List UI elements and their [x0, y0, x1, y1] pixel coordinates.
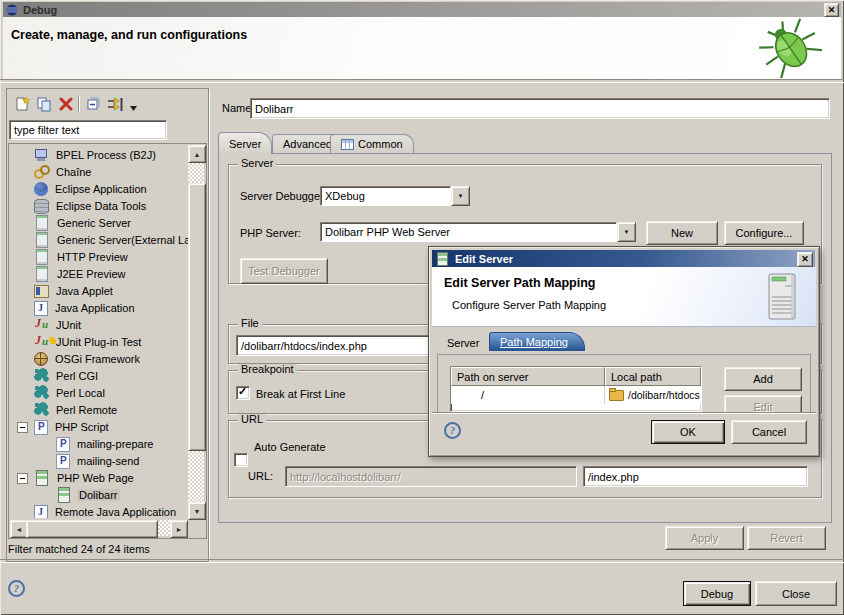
auto-generate-label: Auto Generate [254, 441, 326, 453]
ju-icon [34, 317, 49, 332]
dialog-close-button[interactable]: ✕ [797, 252, 813, 267]
apply-button[interactable]: Apply [665, 526, 744, 550]
new-document-icon [14, 96, 30, 112]
tree-item-perl-local[interactable]: Perl Local [10, 384, 188, 401]
tab-common[interactable]: Common [330, 134, 414, 153]
dialog-titlebar[interactable]: Edit Server ✕ [432, 250, 815, 267]
chevron-down-icon[interactable]: ▼ [617, 222, 636, 242]
new-server-button[interactable]: New [646, 221, 718, 245]
tree-item-eclipse-data-tools[interactable]: Eclipse Data Tools [10, 197, 188, 214]
server-debugger-combo[interactable]: XDebug ▼ [320, 186, 470, 206]
tree-item-junit[interactable]: JUnit [10, 316, 188, 333]
scrollbar-corner [188, 520, 204, 536]
auto-generate-checkbox[interactable] [234, 453, 248, 467]
tree-item-generic-server[interactable]: Generic Server [10, 214, 188, 231]
chevron-down-icon[interactable]: ▼ [451, 186, 470, 206]
collapse-all-button[interactable] [84, 95, 103, 113]
debug-button[interactable]: Debug [683, 581, 751, 606]
server-tower-image [768, 273, 798, 321]
eclipse-logo-icon [6, 4, 18, 16]
server-icon [36, 249, 48, 265]
scroll-up-button[interactable]: ▲ [188, 145, 206, 163]
break-first-line-checkbox[interactable] [236, 386, 250, 400]
close-button[interactable]: Close [755, 581, 837, 606]
tree-item-junit-plug-in-test[interactable]: JUnit Plug-in Test [10, 333, 188, 350]
dialog-help-button[interactable]: ? [444, 422, 461, 439]
collapse-expander-icon[interactable] [17, 473, 28, 484]
applet-icon [34, 285, 49, 298]
test-debugger-button[interactable]: Test Debugger [240, 258, 328, 284]
new-configuration-button[interactable] [12, 95, 31, 113]
tree-item-bpel-process-b2j[interactable]: BPEL Process (B2J) [10, 146, 188, 163]
edit-mapping-button[interactable]: Edit [724, 395, 802, 413]
chaine-icon [34, 164, 49, 179]
chevron-down-icon [130, 106, 137, 111]
banner-separator [0, 79, 844, 83]
edit-server-dialog: Edit Server ✕ Edit Server Path Mapping C… [428, 246, 820, 457]
tree-item-perl-cgi[interactable]: Perl CGI [10, 367, 188, 384]
tree-item-mailing-send[interactable]: mailing-send [10, 452, 188, 469]
filter-status-text: Filter matched 24 of 24 items [8, 543, 150, 555]
debug-configurations-window: Debug ✕ Create, manage, and run configur… [0, 0, 844, 615]
path-mapping-table[interactable]: Path on server Local path //dolibarr/htd… [450, 366, 702, 412]
scroll-right-button[interactable]: ► [170, 520, 188, 538]
breakpoint-group-legend: Breakpoint [238, 364, 297, 375]
collapse-all-icon [86, 96, 102, 112]
osgi-icon [34, 352, 48, 366]
dialog-tab-path-mapping[interactable]: Path Mapping [489, 332, 585, 351]
help-button[interactable]: ? [8, 580, 25, 597]
scroll-down-button[interactable]: ▼ [188, 502, 206, 520]
window-close-button[interactable]: ✕ [824, 3, 839, 17]
dialog-header: Edit Server Path Mapping Configure Serve… [432, 267, 816, 327]
path-mapping-row[interactable]: //dolibarr/htdocs [451, 386, 701, 404]
horizontal-scroll-thumb[interactable] [26, 520, 158, 538]
duplicate-configuration-button[interactable] [34, 95, 53, 113]
tree-item-java-application[interactable]: Java Application [10, 299, 188, 316]
window-titlebar[interactable]: Debug ✕ [3, 2, 841, 17]
ok-button[interactable]: OK [651, 420, 725, 444]
column-local-path[interactable]: Local path [605, 367, 701, 386]
toolbar-menu-dropdown[interactable] [128, 99, 138, 117]
column-path-on-server[interactable]: Path on server [451, 367, 605, 386]
tree-item-remote-java-application[interactable]: Remote Java Application [10, 503, 188, 518]
tree-item-dolibarr[interactable]: Dolibarr [10, 486, 188, 503]
configure-server-button[interactable]: Configure... [724, 221, 804, 245]
dialog-tab-server[interactable]: Server [439, 334, 487, 352]
revert-button[interactable]: Revert [747, 526, 826, 550]
configuration-name-input[interactable] [251, 99, 829, 118]
base-url-wrap [285, 466, 577, 487]
tree-item-generic-server-external-la[interactable]: Generic Server(External La [10, 231, 188, 248]
tab-server[interactable]: Server [218, 132, 272, 154]
filter-configurations-button[interactable] [106, 95, 125, 113]
url-path-wrap [583, 466, 808, 487]
server-debugger-label: Server Debugger: [240, 190, 327, 202]
rjava-icon [34, 505, 48, 519]
delete-configuration-button[interactable] [56, 95, 75, 113]
php-server-combo[interactable]: Dolibarr PHP Web Server ▼ [320, 222, 636, 242]
window-title: Debug [23, 4, 57, 16]
tree-item-mailing-prepare[interactable]: mailing-prepare [10, 435, 188, 452]
vertical-scroll-thumb[interactable] [188, 183, 206, 451]
perl-icon [34, 402, 49, 417]
tree-item-php-script[interactable]: PHP Script [10, 418, 188, 435]
tree-item-cha-ne[interactable]: Chaîne [10, 163, 188, 180]
type-filter-input[interactable] [10, 121, 166, 139]
add-mapping-button[interactable]: Add [724, 367, 802, 391]
tree-item-j2ee-preview[interactable]: J2EE Preview [10, 265, 188, 282]
tree-vertical-scrollbar[interactable]: ▲ ▼ [188, 145, 204, 520]
base-url-input [286, 467, 576, 486]
server-icon [36, 215, 48, 231]
cancel-button[interactable]: Cancel [731, 420, 807, 444]
url-path-input[interactable] [584, 467, 807, 486]
tree-item-java-applet[interactable]: Java Applet [10, 282, 188, 299]
tree-item-http-preview[interactable]: HTTP Preview [10, 248, 188, 265]
tree-item-eclipse-application[interactable]: Eclipse Application [10, 180, 188, 197]
tree-item-perl-remote[interactable]: Perl Remote [10, 401, 188, 418]
collapse-expander-icon[interactable] [17, 422, 28, 433]
tree-item-osgi-framework[interactable]: OSGi Framework [10, 350, 188, 367]
dialog-subheading: Configure Server Path Mapping [452, 299, 606, 311]
tree-horizontal-scrollbar[interactable]: ◄ ► [10, 520, 188, 536]
tree-item-php-web-page[interactable]: PHP Web Page [10, 469, 188, 486]
php-icon [56, 437, 70, 452]
server-icon [437, 252, 448, 266]
